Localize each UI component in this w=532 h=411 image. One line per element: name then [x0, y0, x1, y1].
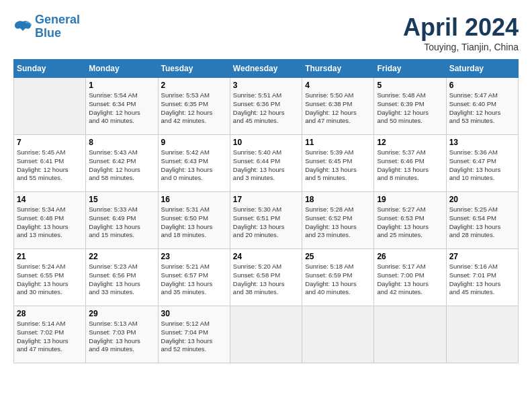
day-number: 30 — [161, 309, 227, 318]
day-info: Sunrise: 5:48 AM Sunset: 6:39 PM Dayligh… — [377, 91, 443, 126]
calendar-cell: 7Sunrise: 5:45 AM Sunset: 6:41 PM Daylig… — [14, 135, 86, 192]
calendar-body: 1Sunrise: 5:54 AM Sunset: 6:34 PM Daylig… — [14, 78, 519, 363]
calendar-cell: 10Sunrise: 5:40 AM Sunset: 6:44 PM Dayli… — [230, 135, 302, 192]
calendar-week-row: 14Sunrise: 5:34 AM Sunset: 6:48 PM Dayli… — [14, 192, 519, 249]
calendar-cell: 22Sunrise: 5:23 AM Sunset: 6:56 PM Dayli… — [86, 249, 158, 306]
day-info: Sunrise: 5:12 AM Sunset: 7:04 PM Dayligh… — [161, 320, 227, 354]
day-number: 5 — [377, 81, 443, 90]
day-number: 28 — [17, 309, 83, 318]
calendar-cell: 3Sunrise: 5:51 AM Sunset: 6:36 PM Daylig… — [230, 78, 302, 135]
page-header: General Blue April 2024 Touying, Tianjin… — [13, 13, 519, 52]
calendar-table: SundayMondayTuesdayWednesdayThursdayFrid… — [13, 59, 519, 363]
calendar-cell: 8Sunrise: 5:43 AM Sunset: 6:42 PM Daylig… — [86, 135, 158, 192]
day-number: 21 — [17, 252, 83, 261]
day-info: Sunrise: 5:54 AM Sunset: 6:34 PM Dayligh… — [89, 91, 154, 126]
month-title: April 2024 — [403, 13, 519, 42]
weekday-header: Monday — [86, 60, 158, 78]
day-number: 17 — [233, 195, 299, 204]
day-info: Sunrise: 5:31 AM Sunset: 6:50 PM Dayligh… — [161, 205, 227, 240]
day-number: 26 — [377, 252, 443, 261]
calendar-cell — [230, 306, 302, 363]
day-info: Sunrise: 5:45 AM Sunset: 6:41 PM Dayligh… — [17, 148, 83, 183]
calendar-week-row: 7Sunrise: 5:45 AM Sunset: 6:41 PM Daylig… — [14, 135, 519, 192]
day-info: Sunrise: 5:20 AM Sunset: 6:58 PM Dayligh… — [233, 263, 299, 297]
calendar-cell: 24Sunrise: 5:20 AM Sunset: 6:58 PM Dayli… — [230, 249, 302, 306]
day-info: Sunrise: 5:33 AM Sunset: 6:49 PM Dayligh… — [89, 205, 154, 240]
weekday-header: Thursday — [302, 60, 374, 78]
calendar-cell: 26Sunrise: 5:17 AM Sunset: 7:00 PM Dayli… — [374, 249, 446, 306]
day-info: Sunrise: 5:42 AM Sunset: 6:43 PM Dayligh… — [161, 148, 227, 183]
day-info: Sunrise: 5:18 AM Sunset: 6:59 PM Dayligh… — [305, 263, 371, 297]
day-info: Sunrise: 5:36 AM Sunset: 6:47 PM Dayligh… — [449, 148, 515, 183]
day-info: Sunrise: 5:17 AM Sunset: 7:00 PM Dayligh… — [377, 263, 443, 297]
calendar-cell: 18Sunrise: 5:28 AM Sunset: 6:52 PM Dayli… — [302, 192, 374, 249]
calendar-cell: 16Sunrise: 5:31 AM Sunset: 6:50 PM Dayli… — [158, 192, 230, 249]
calendar-cell — [302, 306, 374, 363]
calendar-cell: 4Sunrise: 5:50 AM Sunset: 6:38 PM Daylig… — [302, 78, 374, 135]
day-number: 10 — [233, 138, 299, 147]
day-info: Sunrise: 5:47 AM Sunset: 6:40 PM Dayligh… — [449, 91, 515, 126]
calendar-cell: 9Sunrise: 5:42 AM Sunset: 6:43 PM Daylig… — [158, 135, 230, 192]
location: Touying, Tianjin, China — [403, 42, 519, 52]
day-info: Sunrise: 5:34 AM Sunset: 6:48 PM Dayligh… — [17, 205, 83, 240]
logo: General Blue — [13, 13, 80, 40]
day-info: Sunrise: 5:16 AM Sunset: 7:01 PM Dayligh… — [449, 263, 515, 297]
day-info: Sunrise: 5:27 AM Sunset: 6:53 PM Dayligh… — [377, 205, 443, 240]
day-info: Sunrise: 5:40 AM Sunset: 6:44 PM Dayligh… — [233, 148, 299, 183]
day-info: Sunrise: 5:43 AM Sunset: 6:42 PM Dayligh… — [89, 148, 154, 183]
day-info: Sunrise: 5:21 AM Sunset: 6:57 PM Dayligh… — [161, 263, 227, 297]
logo-text: General Blue — [35, 13, 80, 40]
day-number: 24 — [233, 252, 299, 261]
day-number: 16 — [161, 195, 227, 204]
calendar-cell: 21Sunrise: 5:24 AM Sunset: 6:55 PM Dayli… — [14, 249, 86, 306]
calendar-cell: 14Sunrise: 5:34 AM Sunset: 6:48 PM Dayli… — [14, 192, 86, 249]
day-number: 22 — [89, 252, 154, 261]
day-number: 19 — [377, 195, 443, 204]
calendar-cell: 23Sunrise: 5:21 AM Sunset: 6:57 PM Dayli… — [158, 249, 230, 306]
day-number: 23 — [161, 252, 227, 261]
calendar-cell: 25Sunrise: 5:18 AM Sunset: 6:59 PM Dayli… — [302, 249, 374, 306]
calendar-cell: 30Sunrise: 5:12 AM Sunset: 7:04 PM Dayli… — [158, 306, 230, 363]
day-number: 3 — [233, 81, 299, 90]
day-number: 8 — [89, 138, 154, 147]
day-number: 6 — [449, 81, 515, 90]
day-number: 29 — [89, 309, 154, 318]
calendar-cell: 5Sunrise: 5:48 AM Sunset: 6:39 PM Daylig… — [374, 78, 446, 135]
title-block: April 2024 Touying, Tianjin, China — [403, 13, 519, 52]
day-number: 12 — [377, 138, 443, 147]
weekday-header: Friday — [374, 60, 446, 78]
calendar-cell: 27Sunrise: 5:16 AM Sunset: 7:01 PM Dayli… — [446, 249, 518, 306]
day-info: Sunrise: 5:51 AM Sunset: 6:36 PM Dayligh… — [233, 91, 299, 126]
day-number: 27 — [449, 252, 515, 261]
calendar-cell: 15Sunrise: 5:33 AM Sunset: 6:49 PM Dayli… — [86, 192, 158, 249]
calendar-cell — [14, 78, 86, 135]
calendar-week-row: 1Sunrise: 5:54 AM Sunset: 6:34 PM Daylig… — [14, 78, 519, 135]
day-number: 9 — [161, 138, 227, 147]
calendar-cell: 29Sunrise: 5:13 AM Sunset: 7:03 PM Dayli… — [86, 306, 158, 363]
calendar-cell: 28Sunrise: 5:14 AM Sunset: 7:02 PM Dayli… — [14, 306, 86, 363]
day-number: 11 — [305, 138, 371, 147]
calendar-cell: 1Sunrise: 5:54 AM Sunset: 6:34 PM Daylig… — [86, 78, 158, 135]
calendar-cell: 17Sunrise: 5:30 AM Sunset: 6:51 PM Dayli… — [230, 192, 302, 249]
day-number: 7 — [17, 138, 83, 147]
weekday-header: Saturday — [446, 60, 518, 78]
day-info: Sunrise: 5:50 AM Sunset: 6:38 PM Dayligh… — [305, 91, 371, 126]
calendar-cell: 12Sunrise: 5:37 AM Sunset: 6:46 PM Dayli… — [374, 135, 446, 192]
day-info: Sunrise: 5:39 AM Sunset: 6:45 PM Dayligh… — [305, 148, 371, 183]
day-number: 14 — [17, 195, 83, 204]
calendar-cell: 6Sunrise: 5:47 AM Sunset: 6:40 PM Daylig… — [446, 78, 518, 135]
day-info: Sunrise: 5:23 AM Sunset: 6:56 PM Dayligh… — [89, 263, 154, 297]
calendar-week-row: 28Sunrise: 5:14 AM Sunset: 7:02 PM Dayli… — [14, 306, 519, 363]
day-number: 25 — [305, 252, 371, 261]
calendar-cell: 13Sunrise: 5:36 AM Sunset: 6:47 PM Dayli… — [446, 135, 518, 192]
day-info: Sunrise: 5:53 AM Sunset: 6:35 PM Dayligh… — [161, 91, 227, 126]
day-info: Sunrise: 5:14 AM Sunset: 7:02 PM Dayligh… — [17, 320, 83, 354]
day-info: Sunrise: 5:13 AM Sunset: 7:03 PM Dayligh… — [89, 320, 154, 354]
day-info: Sunrise: 5:30 AM Sunset: 6:51 PM Dayligh… — [233, 205, 299, 240]
day-number: 13 — [449, 138, 515, 147]
day-number: 1 — [89, 81, 154, 90]
calendar-cell: 11Sunrise: 5:39 AM Sunset: 6:45 PM Dayli… — [302, 135, 374, 192]
day-number: 4 — [305, 81, 371, 90]
weekday-header: Wednesday — [230, 60, 302, 78]
calendar-week-row: 21Sunrise: 5:24 AM Sunset: 6:55 PM Dayli… — [14, 249, 519, 306]
